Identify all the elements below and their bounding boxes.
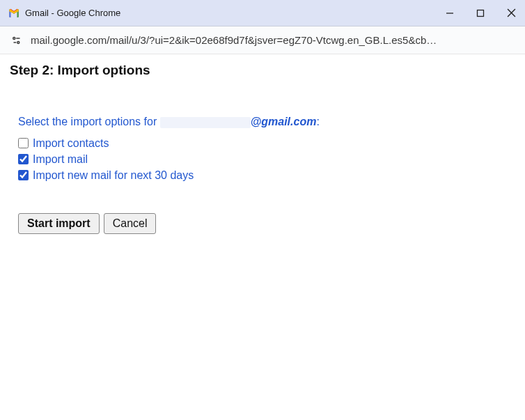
button-row: Start import Cancel [18, 213, 515, 234]
minimize-button[interactable] [444, 8, 455, 19]
svg-point-6 [17, 41, 19, 43]
page-title: Step 2: Import options [10, 63, 515, 78]
instruction-suffix: : [316, 116, 319, 127]
option-label: Import contacts [33, 135, 109, 151]
window-titlebar: Gmail - Google Chrome [0, 0, 525, 26]
option-import-contacts[interactable]: Import contacts [18, 135, 515, 151]
page-content: Step 2: Import options Select the import… [0, 54, 525, 242]
start-import-button[interactable]: Start import [18, 213, 100, 234]
email-domain: @gmail.com [251, 116, 317, 127]
checkbox-import-contacts[interactable] [18, 138, 29, 148]
checkbox-import-mail[interactable] [18, 154, 29, 164]
cancel-button[interactable]: Cancel [104, 213, 157, 234]
instruction-text: Select the import options for @gmail.com… [18, 116, 515, 128]
checkbox-import-new-mail[interactable] [18, 170, 29, 180]
option-import-mail[interactable]: Import mail [18, 151, 515, 167]
gmail-favicon [8, 8, 19, 19]
svg-rect-1 [478, 10, 484, 16]
site-info-icon[interactable] [10, 33, 24, 47]
option-label: Import new mail for next 30 days [33, 167, 194, 183]
svg-point-4 [13, 37, 15, 39]
close-button[interactable] [506, 8, 517, 19]
window-controls [444, 8, 517, 19]
address-bar[interactable]: mail.google.com/mail/u/3/?ui=2&ik=02e68f… [0, 26, 525, 54]
maximize-button[interactable] [475, 8, 486, 19]
instruction-prefix: Select the import options for [18, 116, 160, 127]
window-title: Gmail - Google Chrome [25, 8, 444, 18]
redacted-email [160, 117, 251, 128]
option-import-new-mail[interactable]: Import new mail for next 30 days [18, 167, 515, 183]
url-text: mail.google.com/mail/u/3/?ui=2&ik=02e68f… [31, 34, 515, 46]
option-label: Import mail [33, 151, 88, 167]
